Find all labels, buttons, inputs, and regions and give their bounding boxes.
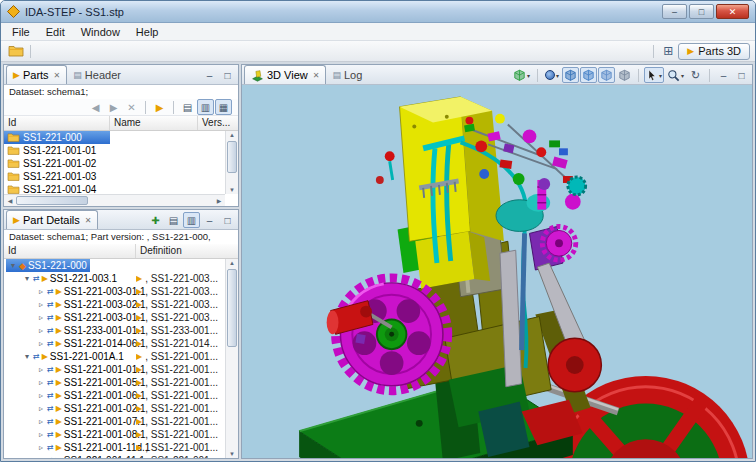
vertical-scrollbar[interactable]: ▲ ▼ (225, 131, 238, 194)
horizontal-scrollbar-thumb[interactable] (16, 196, 88, 205)
tree-row[interactable]: ▹ ⇄ ▶ SS1-221-003-01.1 ▶, SS1-221-003... (4, 311, 238, 324)
expand-arrow-icon[interactable]: ▾ (23, 274, 31, 283)
close-tab-icon[interactable]: ✕ (85, 216, 92, 225)
part-version-icon: ▶ (56, 404, 62, 413)
expand-arrow-icon[interactable]: ▹ (37, 287, 45, 296)
rotate-view-icon[interactable]: ↻ (687, 67, 704, 83)
tree-row[interactable]: ▹ ⇄ ▶ SS1-221-001-01.1 ▶, SS1-221-001... (4, 363, 238, 376)
minimize-view-icon[interactable]: – (201, 212, 218, 228)
tab-3d-view[interactable]: 3D View ✕ (244, 65, 326, 84)
tree-row[interactable]: ▹ ⇄ ▶ SS1-221-003-02.1 ▶, SS1-221-003... (4, 298, 238, 311)
close-tab-icon[interactable]: ✕ (313, 71, 320, 80)
parts-row[interactable]: SS1-221-000 (4, 131, 238, 144)
expand-arrow-icon[interactable]: ▾ (23, 352, 31, 361)
expand-arrow-icon[interactable]: ▹ (37, 313, 45, 322)
open-perspective-icon[interactable]: ⊞ (658, 43, 678, 60)
expand-arrow-icon[interactable]: ▹ (37, 404, 45, 413)
expand-arrow-icon[interactable]: ▹ (37, 339, 45, 348)
tab-log[interactable]: ▤ Log (326, 65, 368, 84)
column-id[interactable]: Id (4, 244, 136, 258)
menu-file[interactable]: File (4, 25, 38, 39)
tree-row[interactable]: ▹ ⇄ ▶ SS1-221-003-01.1 ▶, SS1-221-003... (4, 285, 238, 298)
details-tabrow: ▶ Part Details ✕ ✚ ▤ ▥ – □ (4, 210, 238, 230)
expand-arrow-icon[interactable]: ▹ (37, 378, 45, 387)
minimize-view-icon[interactable]: – (201, 67, 218, 83)
scene-settings-icon[interactable]: ▾ (511, 67, 532, 83)
viewport-3d[interactable] (242, 85, 752, 458)
view-mode-list-icon[interactable]: ▤ (179, 99, 196, 115)
clear-icon[interactable]: ✕ (123, 99, 140, 115)
open-file-icon[interactable] (6, 43, 26, 60)
tree-row[interactable]: ▹ ⇄ ▶ SS1-221-001-05.1 ▶, SS1-221-001... (4, 376, 238, 389)
tree-row[interactable]: ▹ ⇄ ▶ SS1-233-001-01.1 ▶, SS1-233-001... (4, 324, 238, 337)
display-solid-icon[interactable] (562, 67, 579, 83)
maximize-view-icon[interactable]: □ (219, 212, 236, 228)
tree-row[interactable]: ▹ ⇄ ▶ SS1-221-014-06.1 ▶, SS1-221-014... (4, 337, 238, 350)
row-definition: ▶, SS1-221-001... (136, 376, 224, 389)
expand-arrow-icon[interactable]: ▹ (37, 417, 45, 426)
maximize-view-icon[interactable]: □ (733, 67, 750, 83)
view-mode-filter-icon[interactable]: ▦ (215, 99, 232, 115)
column-name[interactable]: Name (110, 116, 198, 130)
tab-header[interactable]: ▤ Header (67, 65, 127, 84)
menu-help[interactable]: Help (128, 25, 167, 39)
tree-row[interactable]: ▹ ⇄ ▶ SS1-221-001-02.1 ▶, SS1-221-001... (4, 402, 238, 415)
navigate-back-icon[interactable]: ◀ (87, 99, 104, 115)
column-definition[interactable]: Definition (136, 244, 238, 258)
zoom-icon[interactable]: ▾ (665, 67, 686, 83)
expand-arrow-icon[interactable]: ▹ (37, 365, 45, 374)
expand-arrow-icon[interactable]: ▹ (37, 430, 45, 439)
tree-row[interactable]: ▹ ⇄ ▶ SS1-221-001-07.1 ▶, SS1-221-001... (4, 415, 238, 428)
vertical-scrollbar-thumb[interactable] (227, 141, 237, 173)
vertical-scrollbar-thumb[interactable] (227, 269, 237, 347)
column-id[interactable]: Id (4, 116, 110, 130)
select-cursor-icon[interactable]: ▾ (644, 67, 664, 83)
expand-arrow-icon[interactable]: ▹ (37, 456, 45, 458)
tree-row[interactable]: ▹ ⇄ ▶ SS1-221-001-11.1 ▶, SS1-221-001... (4, 454, 238, 458)
maximize-button[interactable]: □ (689, 4, 714, 19)
horizontal-scrollbar[interactable]: ◀ ▶ (4, 194, 225, 206)
tree-row[interactable]: ▹ ⇄ ▶ SS1-221-001-11d.1 ▶, SS1-221-001..… (4, 441, 238, 454)
close-button[interactable]: ✕ (716, 4, 749, 19)
instance-icon: ⇄ (47, 300, 54, 309)
expand-arrow-icon[interactable]: ▾ (9, 261, 17, 270)
tab-part-details[interactable]: ▶ Part Details ✕ (6, 210, 98, 229)
parts-row[interactable]: SS1-221-001-02 (4, 157, 238, 170)
display-shaded-icon[interactable] (580, 67, 597, 83)
parts-row[interactable]: SS1-221-001-01 (4, 144, 238, 157)
menu-window[interactable]: Window (73, 25, 128, 39)
navigate-forward-icon[interactable]: ▶ (105, 99, 122, 115)
details-tree-body: ▾ ◆ SS1-221-000 ▾ ⇄ ▶ SS1-221-003.1 ▶, S… (4, 259, 238, 458)
expand-arrow-icon[interactable]: ▹ (37, 300, 45, 309)
maximize-view-icon[interactable]: □ (219, 67, 236, 83)
add-part-icon[interactable]: ✚ (147, 212, 164, 228)
menu-edit[interactable]: Edit (38, 25, 73, 39)
vertical-scrollbar[interactable]: ▲ ▼ (225, 259, 238, 458)
tree-row[interactable]: ▾ ⇄ ▶ SS1-221-003.1 ▶, SS1-221-003... (4, 272, 238, 285)
show-instances-icon[interactable]: ▶ (151, 99, 168, 115)
parts-row[interactable]: SS1-221-001-03 (4, 170, 238, 183)
view-mode-tree-icon[interactable]: ▥ (197, 99, 214, 115)
titlebar[interactable]: IDA-STEP - SS1.stp – □ ✕ (1, 1, 755, 23)
minimize-button[interactable]: – (662, 4, 687, 19)
tree-filter-icon[interactable]: ▥ (183, 212, 200, 228)
tree-row[interactable]: ▹ ⇄ ▶ SS1-221-001-06.1 ▶, SS1-221-001... (4, 389, 238, 402)
tree-row[interactable]: ▾ ⇄ ▶ SS1-221-001A.1 ▶, SS1-221-001... (4, 350, 238, 363)
color-mode-icon[interactable]: ▾ (543, 67, 561, 83)
column-version[interactable]: Vers... (198, 116, 238, 130)
display-wireframe-icon[interactable] (598, 67, 615, 83)
minimize-view-icon[interactable]: – (715, 67, 732, 83)
close-tab-icon[interactable]: ✕ (54, 71, 61, 80)
layout-icon[interactable]: ▤ (165, 212, 182, 228)
expand-arrow-icon[interactable]: ▹ (37, 391, 45, 400)
tab-parts[interactable]: ▶ Parts ✕ (6, 65, 67, 84)
display-hidden-line-icon[interactable] (616, 67, 633, 83)
perspective-parts3d-button[interactable]: ▶ Parts 3D (678, 43, 750, 60)
definition-text: , SS1-221-003... (145, 273, 218, 284)
instance-icon: ⇄ (47, 456, 54, 458)
expand-arrow-icon[interactable]: ▹ (37, 326, 45, 335)
expand-arrow-icon[interactable]: ▹ (37, 443, 45, 452)
tree-row[interactable]: ▹ ⇄ ▶ SS1-221-001-08.1 ▶, SS1-221-001... (4, 428, 238, 441)
row-definition: ▶, SS1-233-001... (136, 324, 224, 337)
tree-row[interactable]: ▾ ◆ SS1-221-000 (4, 259, 238, 272)
